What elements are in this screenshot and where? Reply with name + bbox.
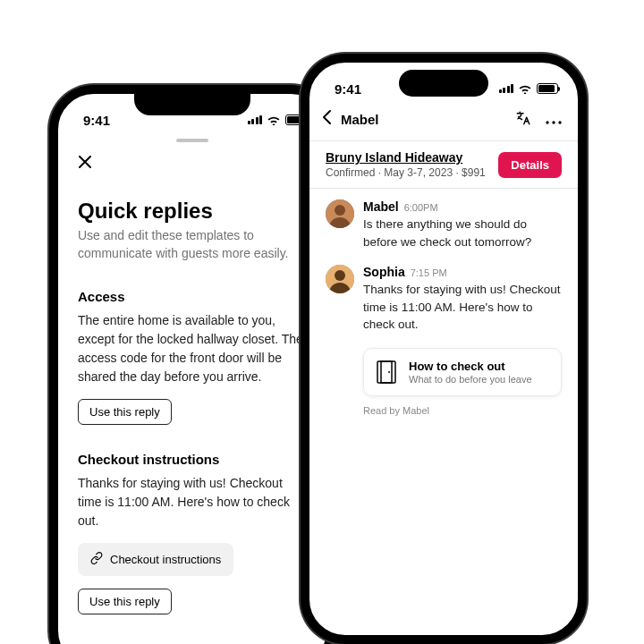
section-body-checkout: Thanks for staying with us! Checkout tim… xyxy=(78,474,307,530)
message-time: 6:00PM xyxy=(404,202,438,213)
message-sender: Sophia xyxy=(363,265,405,279)
use-this-reply-button[interactable]: Use this reply xyxy=(78,399,172,425)
listing-name-link[interactable]: Bruny Island Hideaway xyxy=(326,150,486,165)
details-button[interactable]: Details xyxy=(498,152,562,178)
status-time: 9:41 xyxy=(83,113,110,128)
page-subtitle: Use and edit these templates to communic… xyxy=(78,227,307,262)
cellular-icon xyxy=(248,115,263,124)
avatar[interactable] xyxy=(326,199,354,228)
message-text: Is there anything we should do before we… xyxy=(363,216,562,250)
svg-point-9 xyxy=(388,371,390,373)
section-heading-access: Access xyxy=(78,289,307,304)
sheet-handle[interactable] xyxy=(176,139,208,142)
wifi-icon xyxy=(518,83,532,94)
read-receipt: Read by Mabel xyxy=(363,405,562,416)
chip-label: Checkout instructions xyxy=(110,553,221,566)
message-row: Mabel 6:00PM Is there anything we should… xyxy=(326,199,562,250)
conversation-navbar: Mabel xyxy=(309,102,578,140)
checkout-instructions-chip[interactable]: Checkout instructions xyxy=(78,543,233,576)
battery-icon xyxy=(537,83,558,94)
message-time: 7:15 PM xyxy=(411,267,447,278)
svg-point-1 xyxy=(552,121,555,123)
svg-point-2 xyxy=(558,121,561,123)
dynamic-island xyxy=(399,70,488,97)
svg-point-4 xyxy=(335,205,345,216)
message-row: Sophia 7:15 PM Thanks for staying with u… xyxy=(326,265,562,334)
svg-rect-8 xyxy=(381,361,392,383)
listing-subline: Confirmed · May 3-7, 2023 · $991 xyxy=(326,166,486,179)
svg-point-6 xyxy=(335,270,345,281)
page-title: Quick replies xyxy=(78,199,307,224)
use-this-reply-button[interactable]: Use this reply xyxy=(78,589,172,614)
conversation-title: Mabel xyxy=(341,112,379,127)
section-heading-checkout: Checkout instructions xyxy=(78,452,307,467)
translate-icon[interactable] xyxy=(515,110,531,130)
avatar[interactable] xyxy=(326,265,354,293)
phone-frame-right: 9:41 Mabel Bruny Island Hidea xyxy=(301,54,587,644)
section-body-access: The entire home is available to you, exc… xyxy=(78,311,307,386)
cellular-icon xyxy=(499,84,514,93)
back-icon[interactable] xyxy=(322,109,332,130)
message-sender: Mabel xyxy=(363,199,399,214)
phone-frame-left: 9:41 Quick replies Use and edit these te… xyxy=(49,85,335,644)
status-time: 9:41 xyxy=(335,81,361,97)
close-icon[interactable] xyxy=(58,142,92,174)
wifi-icon xyxy=(267,114,281,125)
checkout-card[interactable]: How to check out What to do before you l… xyxy=(363,348,562,396)
card-title: How to check out xyxy=(409,360,532,373)
svg-rect-7 xyxy=(377,361,395,383)
svg-point-0 xyxy=(546,121,548,123)
message-text: Thanks for staying with us! Checkout tim… xyxy=(363,281,562,334)
link-icon xyxy=(90,552,103,567)
card-subtitle: What to do before you leave xyxy=(409,374,532,385)
door-icon xyxy=(377,360,396,384)
listing-header: Bruny Island Hideaway Confirmed · May 3-… xyxy=(309,141,578,188)
more-icon[interactable] xyxy=(546,112,562,128)
message-thread: Mabel 6:00PM Is there anything we should… xyxy=(309,189,578,416)
notch xyxy=(134,94,250,115)
